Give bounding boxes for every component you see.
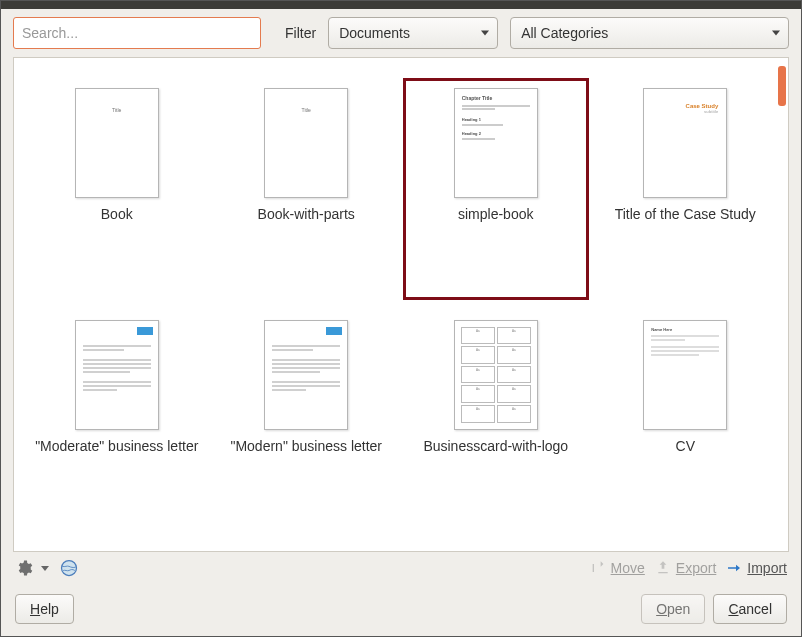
template-label: Title of the Case Study	[615, 206, 756, 224]
help-button[interactable]: Help	[15, 594, 74, 624]
title-bar	[1, 1, 801, 9]
template-item[interactable]: "Modern" business letter	[214, 310, 400, 532]
category-dropdown[interactable]: All Categories	[510, 17, 789, 49]
globe-icon[interactable]	[59, 558, 79, 578]
gear-menu-arrow-icon[interactable]	[41, 566, 49, 571]
move-icon	[590, 560, 606, 576]
toolbar: Filter Documents All Categories	[1, 9, 801, 57]
import-label: Import	[747, 560, 787, 576]
template-label: simple-book	[458, 206, 533, 224]
search-input[interactable]	[13, 17, 261, 49]
bottom-bar: Help Open Cancel	[1, 584, 801, 636]
help-label-rest: elp	[40, 601, 59, 617]
template-item[interactable]: TitleBook	[24, 78, 210, 300]
move-button: Move	[590, 560, 645, 576]
filter-dropdown[interactable]: Documents	[328, 17, 498, 49]
export-label: Export	[676, 560, 716, 576]
template-label: "Modern" business letter	[230, 438, 382, 456]
template-label: "Moderate" business letter	[35, 438, 198, 456]
template-item[interactable]: Name HereCV	[593, 310, 779, 532]
template-label: Businesscard-with-logo	[423, 438, 568, 456]
move-label: Move	[611, 560, 645, 576]
filter-label: Filter	[285, 25, 316, 41]
template-label: Book-with-parts	[258, 206, 355, 224]
cancel-button[interactable]: Cancel	[713, 594, 787, 624]
open-button[interactable]: Open	[641, 594, 705, 624]
export-button: Export	[655, 560, 716, 576]
import-button[interactable]: Import	[726, 560, 787, 576]
template-item[interactable]: TitleBook-with-parts	[214, 78, 400, 300]
template-item[interactable]: Chapter TitleHeading 1Heading 2simple-bo…	[403, 78, 589, 300]
export-icon	[655, 560, 671, 576]
template-dialog: Filter Documents All Categories TitleBoo…	[0, 0, 802, 637]
template-label: Book	[101, 206, 133, 224]
template-list: TitleBookTitleBook-with-partsChapter Tit…	[13, 57, 789, 552]
filter-dropdown-value: Documents	[339, 25, 410, 41]
chevron-down-icon	[772, 31, 780, 36]
svg-point-0	[62, 561, 77, 576]
category-dropdown-value: All Categories	[521, 25, 608, 41]
import-arrow-icon	[726, 560, 742, 576]
template-item[interactable]: "Moderate" business letter	[24, 310, 210, 532]
template-label: CV	[676, 438, 695, 456]
chevron-down-icon	[481, 31, 489, 36]
action-bar: Move Export Import	[1, 552, 801, 584]
template-item[interactable]: AaAaAaAaAaAaAaAaAaAaBusinesscard-with-lo…	[403, 310, 589, 532]
template-item[interactable]: Case StudysubtitleTitle of the Case Stud…	[593, 78, 779, 300]
scrollbar[interactable]	[778, 66, 786, 106]
gear-icon[interactable]	[15, 558, 35, 578]
